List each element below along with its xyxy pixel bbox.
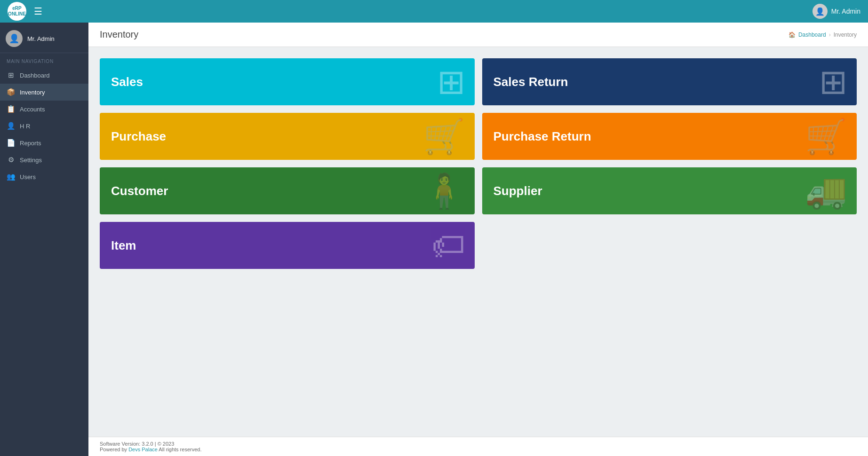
navbar-left: eRP ONLINE ☰ [8,2,42,21]
tile-purchase-return-icon: 🛒 [805,119,847,153]
navbar-right: 👤 Mr. Admin [812,4,860,19]
users-icon: 👥 [7,173,15,181]
sidebar-item-reports[interactable]: 📄 Reports [0,134,88,151]
tile-supplier[interactable]: Supplier 🚚 [482,167,857,214]
dashboard-icon: ⊞ [7,71,15,79]
sidebar-label-hr: H R [20,123,30,130]
sidebar-username: Mr. Admin [27,35,55,42]
breadcrumb: 🏠 Dashboard › Inventory [788,31,857,38]
sidebar-label-reports: Reports [20,140,41,147]
tile-purchase-icon: 🛒 [423,119,465,153]
tile-sales-return-icon: ⊞ [819,65,847,99]
tile-item[interactable]: Item 🏷 [100,222,475,269]
sidebar-label-users: Users [20,173,36,181]
tile-purchase-return-label: Purchase Return [494,129,591,144]
breadcrumb-current: Inventory [834,31,857,38]
tile-customer-label: Customer [111,184,168,198]
content-area: Inventory 🏠 Dashboard › Inventory Sales … [88,23,868,456]
footer: Software Version: 3.2.0 | © 2023 Powered… [88,437,868,456]
logo: eRP ONLINE [8,2,26,21]
sidebar-avatar: 👤 [6,30,23,47]
sidebar-item-inventory[interactable]: 📦 Inventory [0,84,88,101]
breadcrumb-separator: › [829,31,831,38]
tile-purchase-label: Purchase [111,129,166,144]
sidebar-item-accounts[interactable]: 📋 Accounts [0,101,88,118]
sidebar-label-accounts: Accounts [20,106,45,113]
tile-purchase[interactable]: Purchase 🛒 [100,113,475,160]
sidebar-label-settings: Settings [20,157,42,164]
sidebar-item-dashboard[interactable]: ⊞ Dashboard [0,67,88,84]
tile-sales-label: Sales [111,75,143,89]
tile-supplier-icon: 🚚 [805,174,847,208]
footer-rights-text: All rights reserved. [158,447,202,452]
footer-powered-text: Powered by [100,447,128,452]
hamburger-icon[interactable]: ☰ [34,6,42,17]
footer-devs-palace-link[interactable]: Devs Palace [128,447,158,452]
user-avatar: 👤 [812,4,828,19]
breadcrumb-home-icon: 🏠 [788,31,796,38]
sidebar: 👤 Mr. Admin MAIN NAVIGATION ⊞ Dashboard … [0,23,88,456]
sidebar-label-inventory: Inventory [20,89,45,96]
sidebar-item-hr[interactable]: 👤 H R [0,118,88,134]
page-title: Inventory [100,29,138,40]
sidebar-item-settings[interactable]: ⚙ Settings [0,151,88,168]
hr-icon: 👤 [7,122,15,130]
tile-item-label: Item [111,238,136,253]
tile-sales-return[interactable]: Sales Return ⊞ [482,58,857,105]
accounts-icon: 📋 [7,105,15,113]
breadcrumb-dashboard-link[interactable]: Dashboard [798,31,826,38]
top-navbar: eRP ONLINE ☰ 👤 Mr. Admin [0,0,868,23]
tile-purchase-return[interactable]: Purchase Return 🛒 [482,113,857,160]
page-header: Inventory 🏠 Dashboard › Inventory [88,23,868,47]
footer-powered: Powered by Devs Palace All rights reserv… [100,447,857,452]
tile-customer[interactable]: Customer 🧍 [100,167,475,214]
tile-sales-icon: ⊞ [437,65,465,99]
sidebar-item-users[interactable]: 👥 Users [0,168,88,185]
footer-version: Software Version: 3.2.0 | © 2023 [100,441,857,447]
settings-icon: ⚙ [7,156,15,164]
tiles-grid: Sales ⊞ Sales Return ⊞ Purchase 🛒 Purcha… [100,58,857,269]
admin-name-label: Mr. Admin [831,8,860,15]
sidebar-label-dashboard: Dashboard [20,72,50,79]
sidebar-section-label: MAIN NAVIGATION [0,53,88,67]
grid-area: Sales ⊞ Sales Return ⊞ Purchase 🛒 Purcha… [88,47,868,437]
reports-icon: 📄 [7,139,15,147]
tile-sales[interactable]: Sales ⊞ [100,58,475,105]
tile-supplier-label: Supplier [494,184,542,198]
sidebar-user: 👤 Mr. Admin [0,23,88,53]
inventory-icon: 📦 [7,88,15,96]
tile-sales-return-label: Sales Return [494,75,568,89]
main-wrapper: 👤 Mr. Admin MAIN NAVIGATION ⊞ Dashboard … [0,23,868,456]
tile-customer-icon: 🧍 [423,174,465,208]
tile-item-icon: 🏷 [431,228,465,262]
